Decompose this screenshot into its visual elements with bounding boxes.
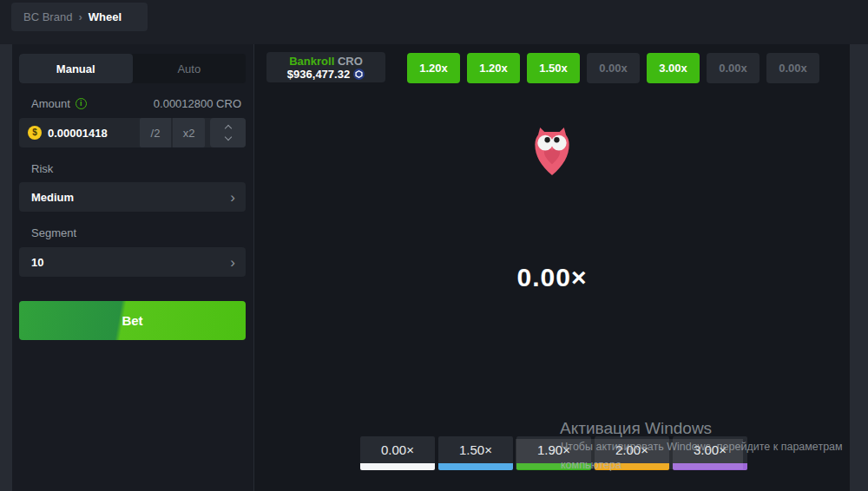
history-multiplier-button[interactable]: 1.20x xyxy=(407,53,460,83)
amount-label-row: Amount i 0.00012800 CRO xyxy=(19,97,246,110)
legend-cell[interactable]: 3.00× xyxy=(673,436,747,470)
amount-max-value: 0.00012800 CRO xyxy=(154,97,241,110)
multiplier-legend: 0.00× 1.50× 1.90× 2.00× 3.00× xyxy=(360,436,747,470)
legend-label: 2.00× xyxy=(595,436,669,463)
bankroll-balance-row: $936,477.32 xyxy=(287,68,365,81)
risk-label: Risk xyxy=(31,162,53,175)
segment-select[interactable]: 10 › xyxy=(19,247,246,277)
legend-color-bar xyxy=(360,463,435,470)
legend-cell[interactable]: 1.50× xyxy=(438,436,513,470)
risk-value: Medium xyxy=(31,191,74,204)
mode-tabs: Manual Auto xyxy=(19,54,246,83)
amount-input[interactable]: 0.00001418 xyxy=(48,127,140,140)
breadcrumb: BC Brand › Wheel xyxy=(11,3,148,31)
windows-watermark-title: Активация Windows xyxy=(560,419,712,438)
legend-cell[interactable]: 2.00× xyxy=(595,436,669,470)
bankroll-label: Bankroll xyxy=(289,55,334,68)
workspace: Manual Auto Amount i 0.00012800 CRO $ 0.… xyxy=(0,44,868,491)
legend-label: 1.90× xyxy=(516,436,591,463)
tab-auto[interactable]: Auto xyxy=(133,54,247,83)
segment-value: 10 xyxy=(31,256,43,269)
history-multiplier-button[interactable]: 0.00x xyxy=(766,53,819,83)
breadcrumb-current-page: Wheel xyxy=(89,10,122,23)
wheel-game-page: BC Brand › Wheel Manual Auto Amount i 0.… xyxy=(0,0,868,491)
segment-label-row: Segment xyxy=(19,226,246,239)
chevron-up-icon[interactable] xyxy=(224,125,231,132)
amount-input-row: $ 0.00001418 /2 x2 xyxy=(19,118,246,147)
risk-label-row: Risk xyxy=(19,162,246,175)
owl-mascot-icon xyxy=(533,128,571,177)
bankroll-balance: $936,477.32 xyxy=(287,68,350,81)
risk-select[interactable]: Medium › xyxy=(19,182,246,212)
legend-color-bar xyxy=(516,463,591,470)
bet-button[interactable]: Bet xyxy=(19,301,246,340)
chevron-right-icon: › xyxy=(230,255,235,270)
chevron-right-icon: › xyxy=(230,190,235,205)
legend-label: 1.50× xyxy=(438,436,513,463)
tab-manual[interactable]: Manual xyxy=(19,54,133,83)
breadcrumb-separator-icon: › xyxy=(78,10,82,23)
legend-color-bar xyxy=(673,463,747,470)
info-icon[interactable]: i xyxy=(76,98,87,109)
amount-label: Amount xyxy=(31,97,70,110)
bet-panel: Manual Auto Amount i 0.00012800 CRO $ 0.… xyxy=(12,44,253,491)
bankroll-title: Bankroll CRO xyxy=(289,55,363,68)
dollar-coin-icon: $ xyxy=(28,126,42,140)
current-multiplier: 0.00× xyxy=(254,263,850,292)
legend-label: 3.00× xyxy=(673,436,747,463)
amount-stepper[interactable] xyxy=(210,118,246,147)
legend-cell[interactable]: 0.00× xyxy=(360,436,435,470)
legend-label: 0.00× xyxy=(360,436,435,463)
cro-coin-icon xyxy=(353,69,365,80)
legend-color-bar xyxy=(438,463,513,470)
legend-cell[interactable]: 1.90× xyxy=(516,436,591,470)
history-multiplier-button[interactable]: 0.00x xyxy=(707,53,760,83)
chevron-down-icon[interactable] xyxy=(224,134,231,141)
bankroll-chip: Bankroll CRO $936,477.32 xyxy=(266,52,385,82)
history-multiplier-button[interactable]: 3.00x xyxy=(647,53,700,83)
segment-label: Segment xyxy=(31,226,76,239)
bankroll-currency: CRO xyxy=(338,55,363,68)
game-area: Bankroll CRO $936,477.32 1.20x 1.20x 1.5… xyxy=(254,44,850,491)
result-history: 1.20x 1.20x 1.50x 0.00x 3.00x 0.00x 0.00… xyxy=(407,53,819,83)
breadcrumb-brand-link[interactable]: BC Brand xyxy=(23,10,72,23)
history-multiplier-button[interactable]: 1.50x xyxy=(527,53,580,83)
legend-color-bar xyxy=(595,463,669,470)
history-multiplier-button[interactable]: 0.00x xyxy=(587,53,640,83)
double-amount-button[interactable]: x2 xyxy=(173,118,205,147)
half-amount-button[interactable]: /2 xyxy=(140,118,171,147)
history-multiplier-button[interactable]: 1.20x xyxy=(467,53,520,83)
